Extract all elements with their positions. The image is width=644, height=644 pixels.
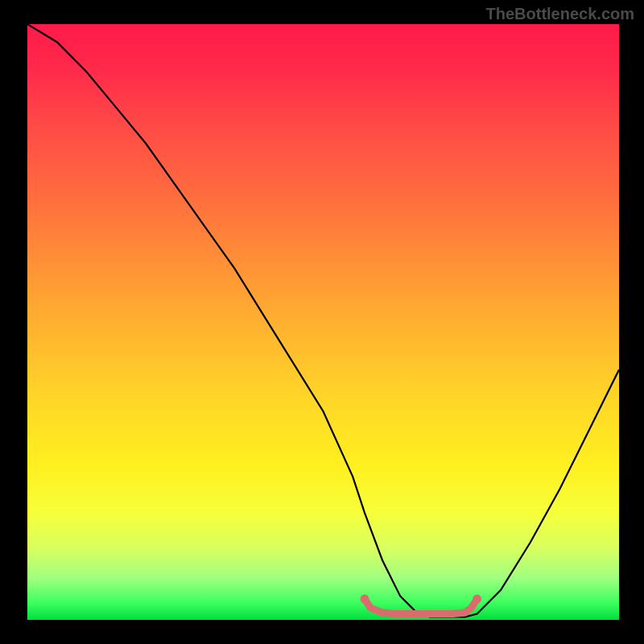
optimal-range-start-dot: [360, 595, 369, 604]
optimal-range-end-dot: [473, 595, 481, 604]
chart-plot-area: [27, 24, 619, 620]
watermark-text: TheBottleneck.com: [486, 5, 634, 23]
bottleneck-curve-line: [27, 24, 619, 617]
optimal-range-marker: [365, 599, 477, 614]
chart-svg: [27, 24, 619, 620]
